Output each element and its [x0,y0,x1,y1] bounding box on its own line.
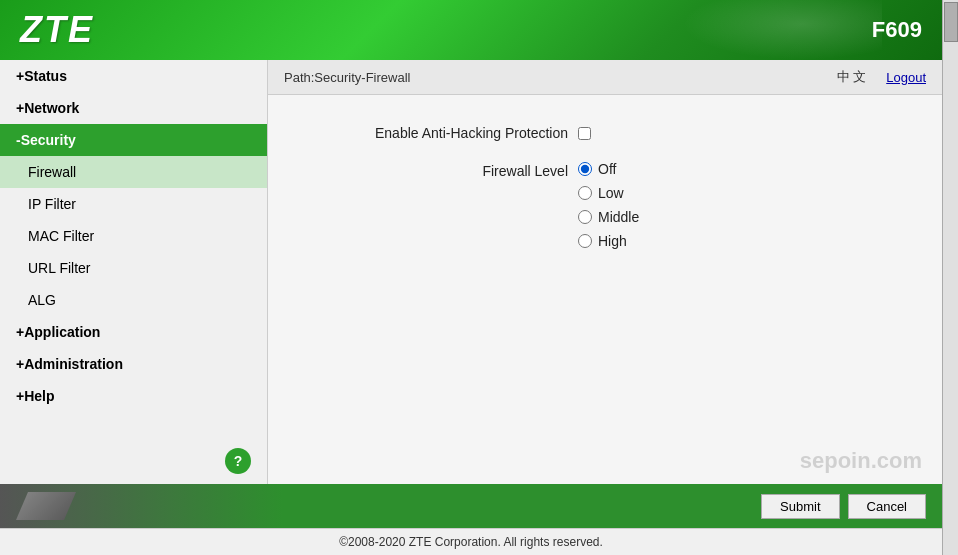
radio-off-label: Off [598,161,616,177]
sidebar-item-alg[interactable]: ALG [0,284,267,316]
logout-link[interactable]: Logout [886,70,926,85]
radio-middle[interactable]: Middle [578,209,639,225]
language-link[interactable]: 中 文 [837,68,867,86]
firewall-level-radio-group: Off Low Middle [578,161,639,249]
logo: ZTE [20,9,94,51]
header: ZTE F609 [0,0,942,60]
scrollbar-thumb[interactable] [944,2,958,42]
main-panel: Path:Security-Firewall 中 文 Logout Enable… [268,60,942,484]
help-button[interactable]: ? [225,448,251,474]
form-area: Enable Anti-Hacking Protection Firewall … [268,95,942,484]
sidebar-item-network[interactable]: +Network [0,92,267,124]
sidebar-item-firewall[interactable]: Firewall [0,156,267,188]
sidebar-item-security[interactable]: -Security [0,124,267,156]
footer-buttons: Submit Cancel [0,484,942,528]
sidebar-item-application[interactable]: +Application [0,316,267,348]
cancel-button[interactable]: Cancel [848,494,926,519]
sidebar-item-url-filter[interactable]: URL Filter [0,252,267,284]
radio-low-label: Low [598,185,624,201]
anti-hacking-checkbox[interactable] [578,127,591,140]
watermark: sepoin.com [800,448,922,474]
anti-hacking-label: Enable Anti-Hacking Protection [308,125,568,141]
path-bar: Path:Security-Firewall 中 文 Logout [268,60,942,95]
radio-high-label: High [598,233,627,249]
sidebar-item-mac-filter[interactable]: MAC Filter [0,220,267,252]
submit-button[interactable]: Submit [761,494,839,519]
path-right: 中 文 Logout [837,68,926,86]
radio-high-input[interactable] [578,234,592,248]
sidebar-item-status[interactable]: +Status [0,60,267,92]
radio-off[interactable]: Off [578,161,639,177]
sidebar-item-administration[interactable]: +Administration [0,348,267,380]
model: F609 [872,17,922,43]
sidebar-item-help[interactable]: +Help [0,380,267,412]
footer-area: Submit Cancel ©2008-2020 ZTE Corporation… [0,484,942,555]
firewall-level-row: Firewall Level Off Low [308,161,902,249]
radio-low[interactable]: Low [578,185,639,201]
radio-high[interactable]: High [578,233,639,249]
sidebar-item-ip-filter[interactable]: IP Filter [0,188,267,220]
firewall-level-label: Firewall Level [308,161,568,179]
footer-copyright: ©2008-2020 ZTE Corporation. All rights r… [0,528,942,555]
help-icon-container: ? [0,438,267,484]
sidebar: +Status +Network -Security Firewall IP F [0,60,268,484]
radio-off-input[interactable] [578,162,592,176]
sidebar-nav: +Status +Network -Security Firewall IP F [0,60,267,438]
path-text: Path:Security-Firewall [284,70,410,85]
radio-middle-label: Middle [598,209,639,225]
anti-hacking-row: Enable Anti-Hacking Protection [308,125,902,141]
radio-low-input[interactable] [578,186,592,200]
scrollbar[interactable] [942,0,958,555]
radio-middle-input[interactable] [578,210,592,224]
